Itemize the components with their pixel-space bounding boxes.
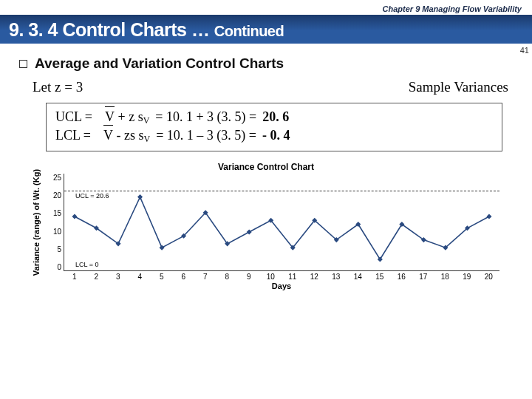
lcl-rhs: = 10. 1 – 3 (3. 5) =	[156, 128, 256, 143]
ucl-rhs: = 10. 1 + 3 (3. 5) =	[155, 109, 256, 125]
lcl-value: - 0. 4	[262, 128, 290, 143]
ucl-subscript: V	[143, 115, 150, 126]
ucl-equation: UCL = V + z sV = 10. 1 + 3 (3. 5) = 20. …	[55, 109, 494, 126]
page-number: 41	[520, 46, 529, 55]
ucl-lhs-rest: + z s	[117, 109, 143, 124]
slide: Chapter 9 Managing Flow Variability 9. 3…	[0, 0, 532, 399]
y-axis-label: Variance (range) of Wt. (Kg)	[32, 169, 41, 276]
chapter-header: Chapter 9 Managing Flow Variability	[0, 0, 532, 15]
section-number: 9. 3. 4 Control Charts …	[9, 19, 209, 40]
v-bar-symbol: V	[105, 109, 115, 125]
x-axis-ticks: 1234567891011121314151617181920	[64, 273, 499, 281]
svg-rect-0	[72, 214, 77, 219]
svg-rect-8	[247, 230, 252, 235]
svg-rect-19	[486, 214, 491, 219]
v-bar-symbol: V	[103, 128, 113, 143]
svg-rect-4	[160, 245, 165, 250]
equations-box: UCL = V + z sV = 10. 1 + 3 (3. 5) = 20. …	[46, 103, 502, 151]
let-z-text: Let z = 3	[33, 79, 83, 95]
subheading-text: Average and Variation Control Charts	[35, 55, 284, 71]
let-row: Let z = 3 Sample Variances	[33, 79, 508, 95]
ucl-value: 20. 6	[262, 109, 289, 125]
lcl-label: LCL =	[55, 128, 91, 143]
sample-variances-label: Sample Variances	[409, 79, 508, 95]
section-title: 9. 3. 4 Control Charts … Continued	[9, 19, 284, 40]
x-axis-label: Days	[64, 282, 499, 290]
chart: Variance Control Chart Variance (range) …	[27, 162, 505, 290]
chart-title: Variance Control Chart	[27, 162, 505, 172]
lcl-subscript: V	[143, 134, 150, 144]
title-bar: 9. 3. 4 Control Charts … Continued	[0, 15, 532, 44]
lcl-lhs-rest: - zs s	[116, 128, 143, 143]
ucl-label: UCL =	[55, 109, 92, 125]
svg-rect-3	[137, 194, 143, 200]
lcl-equation: LCL = V - zs sV = 10. 1 – 3 (3. 5) = - 0…	[55, 128, 494, 145]
slide-body: Average and Variation Control Charts Let…	[0, 44, 532, 290]
y-axis-ticks: 2520151050	[46, 174, 64, 271]
bullet-icon	[19, 60, 27, 68]
subheading: Average and Variation Control Charts	[19, 55, 513, 72]
chart-svg	[64, 174, 499, 271]
title-continued: Continued	[214, 23, 284, 39]
plot-area: UCL = 20.6 LCL = 0	[64, 174, 499, 271]
